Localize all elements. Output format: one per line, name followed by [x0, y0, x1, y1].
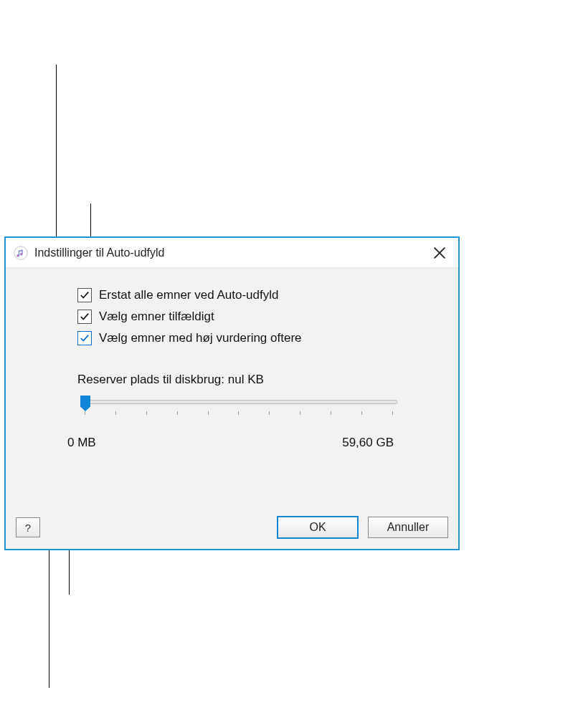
close-button[interactable] [425, 239, 454, 267]
slider-min-label: 0 MB [67, 436, 96, 450]
slider-ticks [85, 411, 393, 415]
slider-thumb[interactable] [80, 396, 90, 411]
slider-range-labels: 0 MB 59,60 GB [67, 436, 394, 450]
footer: ? OK Annuller [6, 506, 458, 549]
reserve-space-slider[interactable] [77, 397, 400, 416]
window-title: Indstillinger til Auto-udfyld [34, 246, 425, 259]
ok-button[interactable]: OK [278, 517, 358, 538]
cancel-button[interactable]: Annuller [368, 517, 448, 538]
slider-track [80, 400, 397, 404]
option-random: Vælg emner tilfældigt [77, 310, 415, 324]
help-button[interactable]: ? [16, 517, 40, 537]
content-area: Erstat alle emner ved Auto-udfyld Vælg e… [6, 268, 458, 549]
option-label: Erstat alle emner ved Auto-udfyld [99, 288, 278, 302]
option-label: Vælg emner med høj vurdering oftere [99, 331, 302, 345]
option-higher-rated: Vælg emner med høj vurdering oftere [77, 331, 415, 345]
music-note-icon [11, 244, 30, 262]
option-replace-all: Erstat alle emner ved Auto-udfyld [77, 288, 415, 302]
reserve-space-section: Reserver plads til diskbrug: nul KB 0 MB… [77, 373, 415, 450]
checkbox-random[interactable] [77, 310, 92, 324]
checkbox-replace-all[interactable] [77, 288, 92, 302]
option-label: Vælg emner tilfældigt [99, 310, 214, 324]
close-icon [434, 247, 445, 259]
checkbox-higher-rated[interactable] [77, 331, 92, 345]
slider-label: Reserver plads til diskbrug: nul KB [77, 373, 415, 387]
autofill-settings-window: Indstillinger til Auto-udfyld Erstat all… [4, 236, 460, 550]
titlebar: Indstillinger til Auto-udfyld [6, 238, 458, 268]
slider-max-label: 59,60 GB [342, 436, 394, 450]
